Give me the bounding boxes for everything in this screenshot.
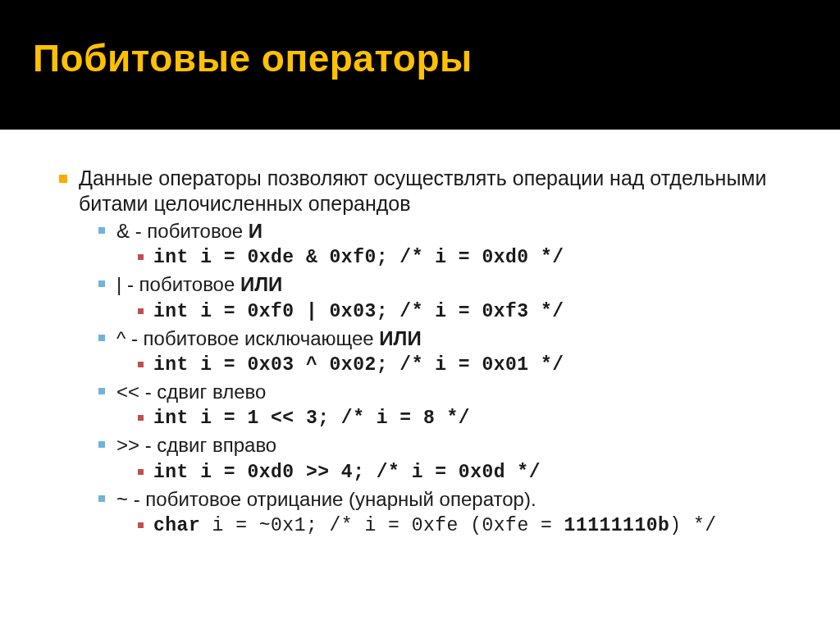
op-prefix: - сдвиг влево: [139, 381, 266, 403]
op-desc: ^ - побитовое исключающее ИЛИ: [98, 326, 801, 350]
square-bullet-icon: [98, 495, 105, 502]
square-bullet-icon: [138, 415, 144, 421]
op-prefix: - побитовое отрицание (унарный оператор)…: [128, 488, 536, 510]
op-desc: >> - сдвиг вправо: [98, 433, 801, 457]
op-desc-text: ^ - побитовое исключающее ИЛИ: [116, 326, 801, 350]
op-prefix: - сдвиг вправо: [139, 434, 276, 456]
code-tail: ) */: [669, 515, 716, 536]
op-symbol: >>: [116, 434, 139, 456]
square-bullet-icon: [59, 175, 67, 183]
op-code: char i = ~0x1; /* i = 0xfe (0xfe = 11111…: [138, 514, 801, 537]
op-prefix: - побитовое исключающее: [126, 327, 379, 349]
square-bullet-icon: [98, 441, 105, 448]
op-prefix: - побитовое: [130, 220, 249, 242]
title-bar: Побитовые операторы: [0, 0, 840, 130]
code-line: int i = 0xd0 >> 4; /* i = 0x0d */: [153, 461, 801, 484]
square-bullet-icon: [138, 308, 144, 314]
square-bullet-icon: [98, 335, 105, 341]
intro-text: Данные операторы позволяют осуществлять …: [79, 166, 801, 216]
intro-item: Данные операторы позволяют осуществлять …: [59, 166, 801, 216]
op-prefix: - побитовое: [121, 273, 240, 295]
op-code: int i = 1 << 3; /* i = 8 */: [138, 407, 801, 430]
code-line: int i = 1 << 3; /* i = 8 */: [153, 407, 801, 430]
op-symbol: <<: [116, 381, 139, 403]
op-bold: И: [249, 220, 262, 242]
op-bold: ИЛИ: [240, 273, 282, 295]
op-code: int i = 0xf0 | 0x03; /* i = 0xf3 */: [138, 300, 801, 323]
op-desc-text: << - сдвиг влево: [116, 380, 801, 403]
op-desc: & - побитовое И: [98, 219, 801, 243]
square-bullet-icon: [138, 522, 144, 528]
op-desc-text: | - побитовое ИЛИ: [116, 272, 801, 296]
square-bullet-icon: [98, 388, 105, 394]
code-line: int i = 0xf0 | 0x03; /* i = 0xf3 */: [153, 300, 801, 323]
code-line: int i = 0xde & 0xf0; /* i = 0xd0 */: [153, 246, 801, 269]
square-bullet-icon: [98, 280, 105, 287]
op-desc: ~ - побитовое отрицание (унарный операто…: [98, 487, 801, 511]
op-code: int i = 0xd0 >> 4; /* i = 0x0d */: [138, 461, 801, 484]
op-symbol: ^: [116, 327, 126, 349]
op-code: int i = 0xde & 0xf0; /* i = 0xd0 */: [138, 246, 801, 269]
slide: Побитовые операторы Данные операторы поз…: [0, 0, 840, 629]
op-desc-text: ~ - побитовое отрицание (унарный операто…: [116, 487, 801, 511]
code-bold: 11111110b: [564, 515, 670, 536]
op-desc-text: >> - сдвиг вправо: [116, 433, 801, 457]
op-desc: << - сдвиг влево: [98, 380, 801, 403]
code-keyword: char: [153, 515, 200, 536]
op-bold: ИЛИ: [379, 327, 421, 349]
square-bullet-icon: [98, 227, 105, 234]
op-desc: | - побитовое ИЛИ: [98, 272, 801, 296]
code-line: char i = ~0x1; /* i = 0xfe (0xfe = 11111…: [153, 514, 801, 537]
op-symbol: &: [116, 220, 130, 242]
op-symbol: ~: [116, 488, 128, 510]
code-rest: i = ~0x1; /* i = 0xfe (0xfe =: [200, 515, 564, 536]
op-desc-text: & - побитовое И: [116, 219, 801, 243]
square-bullet-icon: [138, 254, 144, 260]
slide-title: Побитовые операторы: [33, 36, 472, 80]
square-bullet-icon: [138, 362, 144, 367]
square-bullet-icon: [138, 469, 144, 475]
slide-content: Данные операторы позволяют осуществлять …: [0, 130, 840, 629]
code-line: int i = 0x03 ^ 0x02; /* i = 0x01 */: [153, 353, 801, 376]
op-code: int i = 0x03 ^ 0x02; /* i = 0x01 */: [138, 353, 801, 376]
